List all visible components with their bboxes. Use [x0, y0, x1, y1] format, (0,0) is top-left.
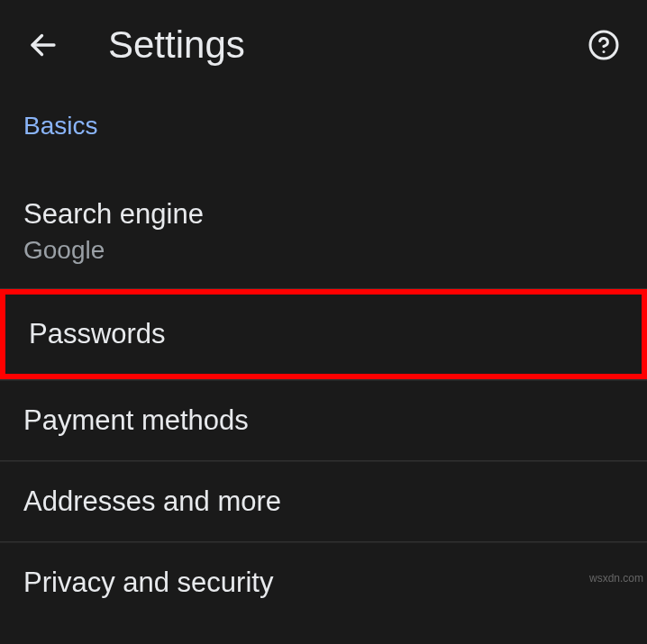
settings-item-search-engine[interactable]: Search engine Google [0, 155, 647, 288]
item-title: Payment methods [23, 404, 624, 437]
settings-item-privacy[interactable]: Privacy and security [0, 542, 647, 622]
page-title: Settings [108, 23, 245, 67]
watermark: wsxdn.com [589, 572, 643, 585]
settings-item-addresses[interactable]: Addresses and more [0, 461, 647, 541]
section-header-basics: Basics [0, 90, 647, 155]
help-button[interactable] [582, 23, 625, 67]
arrow-back-icon [27, 29, 59, 61]
settings-item-payment-methods[interactable]: Payment methods [0, 380, 647, 460]
app-header: Settings [0, 0, 647, 90]
item-title: Passwords [29, 318, 618, 350]
settings-item-passwords[interactable]: Passwords [0, 289, 647, 379]
help-icon [588, 29, 620, 61]
item-subtitle: Google [23, 236, 624, 265]
item-title: Search engine [23, 198, 624, 231]
back-button[interactable] [22, 23, 65, 67]
item-title: Privacy and security [23, 567, 624, 599]
item-title: Addresses and more [23, 485, 624, 518]
